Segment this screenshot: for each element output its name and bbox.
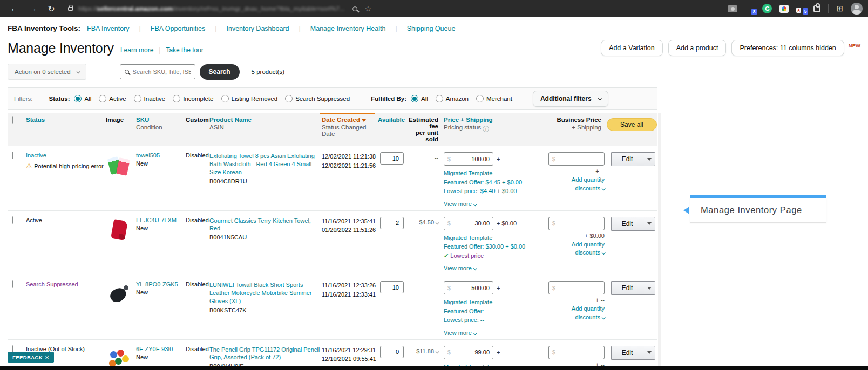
product-name-link[interactable]: LUNIWEI Towall Black Short Sports Leathe…: [209, 282, 312, 304]
status-filter-option[interactable]: Listing Removed: [221, 95, 278, 102]
nav-link[interactable]: Manage Inventory Health: [310, 25, 386, 32]
add-quantity-discounts-link[interactable]: Add quantitydiscounts: [547, 305, 605, 322]
edit-button[interactable]: Edit: [611, 346, 643, 360]
row-checkbox[interactable]: [12, 216, 13, 224]
estimated-fee-value[interactable]: --: [435, 154, 438, 161]
price-input[interactable]: [453, 285, 490, 291]
status-filter-option[interactable]: All: [74, 95, 91, 102]
purple-extension-icon[interactable]: 8: [745, 4, 755, 13]
edit-dropdown-button[interactable]: [643, 152, 655, 166]
product-image[interactable]: [106, 153, 133, 178]
notes-extension-icon[interactable]: ★5: [796, 4, 806, 13]
edit-dropdown-button[interactable]: [643, 346, 655, 360]
forward-icon[interactable]: →: [24, 4, 42, 13]
col-price-shipping[interactable]: Price + Shipping: [444, 117, 547, 123]
pricing-template-link[interactable]: Migrated Template: [444, 169, 547, 178]
fulfilled-filter-option[interactable]: All: [411, 95, 428, 102]
status-filter-option[interactable]: Inactive: [134, 95, 166, 102]
col-product-name[interactable]: Product Name: [209, 117, 322, 123]
view-more-link[interactable]: View more: [444, 330, 476, 336]
preferences-button[interactable]: Preferences: 11 columns hidden: [731, 40, 844, 56]
fee-chevron-icon[interactable]: [436, 350, 439, 353]
edit-button[interactable]: Edit: [611, 152, 643, 166]
fulfilled-filter-option[interactable]: Merchant: [476, 95, 512, 102]
radio-icon[interactable]: [476, 95, 484, 102]
product-image[interactable]: [106, 218, 133, 243]
search-input[interactable]: [133, 68, 191, 75]
select-all-checkbox[interactable]: [12, 116, 13, 124]
add-quantity-discounts-link[interactable]: Add quantitydiscounts: [547, 241, 605, 258]
radio-icon[interactable]: [74, 95, 82, 102]
product-image[interactable]: [106, 282, 133, 307]
add-quantity-discounts-link[interactable]: Add quantitydiscounts: [547, 176, 605, 193]
zoom-icon[interactable]: [352, 6, 357, 11]
business-price-input[interactable]: [555, 349, 601, 355]
reload-icon[interactable]: ↻: [42, 4, 60, 14]
status-filter-option[interactable]: Search Suppressed: [285, 95, 350, 102]
sku-value[interactable]: LT-JC4U-7LXM: [136, 217, 186, 223]
radio-icon[interactable]: [221, 95, 229, 102]
col-available[interactable]: Available: [378, 117, 405, 123]
sku-value[interactable]: YL-8PO0-ZGK5: [136, 281, 186, 287]
edit-button[interactable]: Edit: [611, 217, 643, 231]
info-icon[interactable]: i: [483, 126, 489, 132]
product-name-link[interactable]: Gourmet Classics Terry Kitchen Towel, Re…: [209, 217, 311, 232]
available-input[interactable]: [380, 346, 404, 358]
photos-extension-icon[interactable]: [779, 5, 789, 13]
pricing-template-link[interactable]: Migrated Template: [444, 234, 547, 243]
col-date-created[interactable]: Date Created: [322, 117, 360, 123]
row-checkbox[interactable]: [12, 280, 13, 288]
add-variation-button[interactable]: Add a Variation: [601, 40, 663, 56]
save-all-button[interactable]: Save all: [607, 118, 657, 131]
nav-link[interactable]: FBA Inventory: [87, 25, 130, 32]
estimated-fee-value[interactable]: --: [435, 283, 438, 290]
nav-link[interactable]: Shipping Queue: [407, 25, 456, 32]
take-tour-link[interactable]: Take the tour: [166, 46, 203, 54]
nav-link[interactable]: FBA Opportunities: [151, 25, 205, 32]
sku-value[interactable]: 6F-ZY0F-93I0: [136, 346, 186, 352]
edit-dropdown-button[interactable]: [643, 281, 655, 295]
row-checkbox[interactable]: [12, 152, 13, 159]
radio-icon[interactable]: [134, 95, 141, 102]
status-value[interactable]: Active: [26, 217, 42, 223]
radio-icon[interactable]: [99, 95, 106, 102]
edit-button[interactable]: Edit: [611, 281, 643, 295]
radio-icon[interactable]: [411, 95, 418, 102]
profile-avatar[interactable]: [851, 3, 863, 15]
status-filter-option[interactable]: Active: [99, 95, 126, 102]
status-filter-option[interactable]: Incomplete: [173, 95, 213, 102]
back-icon[interactable]: ←: [5, 4, 24, 13]
additional-filters-button[interactable]: Additional filters: [533, 91, 608, 107]
business-price-input[interactable]: [555, 156, 601, 162]
available-input[interactable]: [380, 281, 404, 293]
business-price-input[interactable]: [555, 220, 601, 227]
edit-dropdown-button[interactable]: [643, 217, 655, 231]
radio-icon[interactable]: [173, 95, 180, 102]
view-more-link[interactable]: View more: [444, 201, 476, 207]
action-dropdown[interactable]: Action on 0 selected: [8, 64, 86, 80]
add-product-button[interactable]: Add a product: [668, 40, 727, 56]
search-button[interactable]: Search: [200, 64, 240, 80]
radio-icon[interactable]: [436, 95, 443, 102]
price-input[interactable]: [453, 349, 490, 355]
fulfilled-filter-option[interactable]: Amazon: [436, 95, 469, 102]
available-input[interactable]: [380, 152, 404, 165]
status-value[interactable]: Inactive: [26, 152, 46, 159]
estimated-fee-value[interactable]: $4.50: [419, 219, 434, 225]
status-value[interactable]: Search Suppressed: [26, 281, 78, 287]
grammarly-icon[interactable]: G: [762, 4, 772, 13]
view-more-link[interactable]: View more: [444, 265, 476, 271]
sku-value[interactable]: towel505: [136, 152, 186, 159]
address-bar[interactable]: https://sellercentral.amazon.com/invento…: [65, 2, 421, 15]
estimated-fee-value[interactable]: $11.88: [416, 348, 434, 354]
nav-link[interactable]: Inventory Dashboard: [226, 25, 289, 32]
camera-extension-icon[interactable]: [728, 5, 737, 12]
feedback-button[interactable]: FEEDBACK✕: [8, 352, 54, 363]
pricing-template-link[interactable]: Migrated Template: [444, 298, 547, 307]
price-input[interactable]: [453, 156, 490, 162]
radio-icon[interactable]: [285, 95, 293, 102]
collections-icon[interactable]: ⊞: [836, 4, 843, 13]
close-icon[interactable]: ✕: [45, 354, 49, 360]
col-sku[interactable]: SKU: [136, 117, 186, 123]
business-price-input[interactable]: [555, 285, 601, 291]
